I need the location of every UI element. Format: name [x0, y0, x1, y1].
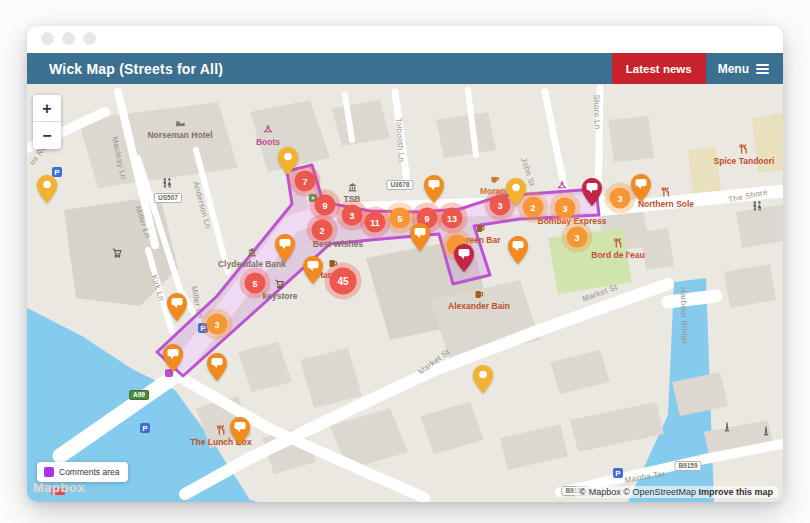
poi-label-text: Bombay Express — [538, 216, 607, 226]
poi-label: TSB — [344, 182, 361, 204]
road-shield: A99 — [129, 390, 149, 400]
poi-label-text: Spice Tandoori — [714, 156, 775, 166]
cart-icon — [263, 279, 298, 289]
zoom-out-button[interactable]: − — [33, 122, 61, 149]
poi-label-text: TSB — [344, 194, 361, 204]
comment-pin[interactable] — [274, 233, 296, 263]
comment-cluster-marker[interactable]: 45 — [330, 268, 357, 295]
cart-icon — [112, 248, 122, 258]
poi-label-text: keystore — [263, 291, 298, 301]
food-icon — [591, 238, 645, 248]
poi-label: Boots — [256, 125, 280, 147]
svg-text:P: P — [200, 324, 206, 333]
mapbox-watermark: Mapbox — [33, 480, 85, 495]
map-legend: Comments area — [37, 462, 128, 482]
comment-cluster-marker[interactable]: 5 — [390, 208, 411, 229]
parking-icon: P — [140, 423, 151, 434]
poi-label: Alexander Bain — [448, 289, 510, 311]
latest-news-label: Latest news — [626, 63, 692, 75]
window-control-dot — [41, 32, 54, 45]
poi-label-text: Norseman Hotel — [147, 130, 212, 140]
poi-label: Norseman Hotel — [147, 118, 212, 140]
parking-icon: P — [613, 468, 624, 479]
comment-dot-pin[interactable] — [277, 146, 299, 176]
hamburger-icon — [756, 62, 769, 76]
comment-pin[interactable] — [229, 416, 251, 446]
monument-icon — [722, 422, 732, 432]
road-shield: U3678 — [386, 180, 413, 190]
comment-pin[interactable] — [507, 235, 529, 265]
comment-pin[interactable] — [453, 243, 475, 273]
legend-swatch — [44, 467, 54, 477]
comment-pin[interactable] — [206, 352, 228, 382]
comment-cluster-marker[interactable]: 9 — [315, 195, 336, 216]
zoom-control: + − — [33, 95, 61, 149]
poi-label: Bord de l'eau — [591, 238, 645, 260]
window-control-dot — [83, 32, 96, 45]
comment-cluster-marker[interactable]: 3 — [567, 227, 588, 248]
food-icon — [714, 144, 775, 154]
shop-icon — [256, 125, 280, 135]
comment-pin[interactable] — [409, 222, 431, 252]
beer-icon — [448, 289, 510, 299]
comment-pin[interactable] — [162, 343, 184, 373]
svg-text:P: P — [142, 424, 148, 433]
restroom-icon — [162, 178, 172, 188]
comment-cluster-marker[interactable]: 3 — [342, 205, 363, 226]
poi-label-text: Bord de l'eau — [591, 250, 645, 260]
poi-label-text: Best Wishes — [313, 239, 363, 249]
comment-cluster-marker[interactable]: 2 — [312, 220, 333, 241]
comment-pin[interactable] — [423, 174, 445, 204]
poi-label-text: Alexander Bain — [448, 301, 510, 311]
improve-map-link[interactable]: Improve this map — [698, 487, 773, 497]
app-header: Wick Map (Streets for All) Latest news M… — [27, 53, 783, 84]
street-label: Shore Ln — [592, 94, 602, 129]
comment-pin[interactable] — [302, 255, 324, 285]
map-canvas[interactable]: Macleay Lnus RdAnderson LnMiller LnKirk … — [27, 84, 783, 502]
comment-dot-pin[interactable] — [505, 177, 527, 207]
comment-pin[interactable] — [630, 173, 652, 203]
mapbox-attribution-link[interactable]: © Mapbox — [580, 487, 621, 497]
comment-pin[interactable] — [166, 292, 188, 322]
browser-window: Wick Map (Streets for All) Latest news M… — [27, 26, 783, 502]
menu-label: Menu — [718, 62, 749, 76]
comment-dot-pin[interactable] — [36, 174, 58, 204]
legend-label: Comments area — [59, 467, 119, 477]
road-shield: B9159 — [674, 461, 701, 471]
beer-icon — [459, 223, 500, 233]
menu-button[interactable]: Menu — [706, 53, 783, 84]
comment-cluster-marker[interactable]: 3 — [610, 188, 631, 209]
map-attribution: © Mapbox © OpenStreetMap Improve this ma… — [575, 486, 778, 498]
window-control-dot — [62, 32, 75, 45]
window-titlebar — [27, 26, 783, 53]
road-shield: US507 — [154, 193, 182, 203]
comment-cluster-marker[interactable]: 11 — [365, 212, 386, 233]
comment-cluster-marker[interactable]: 3 — [207, 314, 228, 335]
comment-cluster-marker[interactable]: 5 — [245, 273, 266, 294]
comment-cluster-marker[interactable]: 3 — [555, 198, 576, 219]
zoom-in-button[interactable]: + — [33, 95, 61, 122]
comment-dot-pin[interactable] — [472, 364, 494, 394]
hotel-icon — [147, 118, 212, 128]
comment-pin[interactable] — [581, 177, 603, 207]
svg-text:P: P — [615, 469, 621, 478]
latest-news-button[interactable]: Latest news — [612, 53, 706, 84]
comment-cluster-marker[interactable]: 13 — [442, 208, 463, 229]
page-title: Wick Map (Streets for All) — [49, 61, 223, 77]
monument-icon — [761, 426, 771, 436]
screenshot-stage: Wick Map (Streets for All) Latest news M… — [0, 0, 810, 523]
osm-attribution-link[interactable]: © OpenStreetMap — [623, 487, 696, 497]
poi-label: Spice Tandoori — [714, 144, 775, 166]
poi-label: keystore — [263, 279, 298, 301]
restroom-icon — [752, 201, 762, 211]
bank-icon — [344, 182, 361, 192]
shop-icon — [557, 181, 567, 191]
